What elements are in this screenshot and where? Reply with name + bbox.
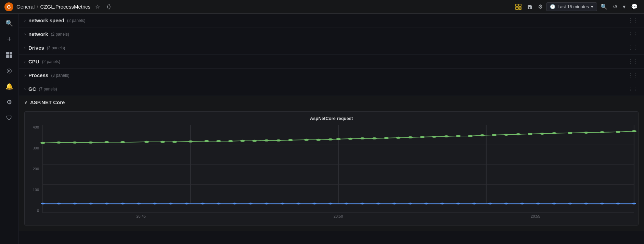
chevron-icon: ›: [24, 59, 26, 64]
svg-point-47: [408, 136, 413, 138]
sidebar-item-explore[interactable]: ◎: [2, 64, 16, 77]
chart-x-labels: 20:45 20:50 20:55: [42, 214, 634, 221]
svg-point-87: [392, 203, 397, 205]
svg-point-82: [312, 203, 317, 205]
clock-icon: 🕐: [550, 4, 555, 9]
svg-point-27: [160, 141, 165, 143]
svg-point-31: [216, 140, 221, 142]
top-bar: G General / CZGL.ProcessMetrics ☆ ⟨⟩ ⚙ 🕐: [0, 0, 644, 14]
section-title: network speed: [28, 17, 64, 23]
breadcrumb-home[interactable]: General: [16, 4, 35, 10]
add-panel-button[interactable]: [513, 2, 524, 11]
sidebar-item-add[interactable]: +: [2, 32, 16, 46]
section-expanded-title: ASP.NET Core: [30, 99, 65, 105]
section-network-speed[interactable]: › network speed (2 panels) ⋮⋮: [19, 14, 644, 27]
save-dashboard-button[interactable]: [525, 3, 534, 11]
svg-point-83: [329, 203, 333, 205]
svg-point-69: [105, 203, 109, 205]
settings-button[interactable]: ⚙: [536, 2, 545, 11]
svg-rect-10: [6, 55, 9, 58]
section-title: Drives: [28, 45, 44, 51]
svg-point-23: [88, 142, 93, 144]
sidebar-item-settings[interactable]: ⚙: [2, 95, 16, 109]
svg-point-75: [201, 203, 205, 205]
section-panels-count: (3 panels): [47, 46, 65, 50]
svg-point-81: [296, 203, 300, 205]
svg-point-20: [40, 142, 45, 144]
y-label-100: 100: [33, 188, 39, 192]
svg-point-79: [265, 203, 269, 205]
refresh-button[interactable]: ↺: [611, 2, 619, 11]
svg-point-36: [276, 139, 281, 142]
time-picker-chevron: ▾: [591, 4, 593, 9]
share-button[interactable]: ⟨⟩: [105, 2, 113, 11]
section-process[interactable]: › Process (3 panels) ⋮⋮: [19, 69, 644, 82]
section-panels-count: (2 panels): [42, 59, 60, 64]
svg-point-102: [632, 203, 636, 205]
more-options-button[interactable]: ▾: [621, 2, 628, 11]
chart-y-labels: 400 300 200 100 0: [29, 125, 41, 213]
chart-plot: [42, 125, 634, 213]
svg-point-48: [420, 136, 425, 138]
svg-rect-4: [516, 7, 518, 10]
svg-point-98: [568, 203, 572, 205]
svg-point-80: [281, 203, 285, 205]
chart-area: 400 300 200 100 0: [29, 125, 634, 221]
breadcrumb-separator: /: [37, 4, 38, 10]
chart-svg: [43, 125, 634, 212]
star-button[interactable]: ☆: [93, 2, 102, 11]
svg-point-40: [328, 138, 333, 141]
svg-point-21: [56, 142, 61, 144]
svg-point-88: [408, 203, 412, 205]
svg-point-94: [504, 203, 508, 205]
svg-point-99: [584, 203, 588, 205]
chevron-icon: ›: [24, 18, 26, 23]
svg-point-55: [504, 134, 508, 136]
sidebar-item-search[interactable]: 🔍: [2, 16, 16, 30]
svg-point-39: [316, 139, 321, 141]
svg-point-64: [632, 130, 636, 132]
section-network[interactable]: › network (2 panels) ⋮⋮: [19, 27, 644, 41]
y-label-400: 400: [33, 125, 39, 129]
svg-point-68: [89, 203, 93, 205]
section-aspnet-core-header[interactable]: ∨ ASP.NET Core: [19, 96, 644, 109]
svg-point-65: [41, 203, 45, 205]
section-drives[interactable]: › Drives (3 panels) ⋮⋮: [19, 41, 644, 55]
svg-point-70: [121, 203, 125, 205]
chevron-icon: ›: [24, 46, 26, 50]
sidebar-item-alerting[interactable]: 🔔: [2, 80, 16, 93]
svg-point-35: [264, 139, 269, 142]
svg-point-66: [57, 203, 61, 205]
svg-point-51: [456, 135, 461, 137]
section-cpu[interactable]: › CPU (2 panels) ⋮⋮: [19, 55, 644, 69]
svg-point-38: [304, 139, 309, 141]
time-picker[interactable]: 🕐 Last 15 minutes ▾: [546, 2, 597, 11]
svg-point-60: [568, 132, 572, 134]
section-title: CPU: [28, 59, 39, 64]
svg-rect-9: [10, 52, 12, 54]
sidebar-item-dashboard[interactable]: [2, 48, 16, 62]
svg-point-63: [616, 131, 620, 133]
svg-point-25: [120, 141, 125, 143]
svg-point-29: [188, 141, 193, 143]
svg-point-67: [73, 203, 77, 205]
chevron-icon: ›: [24, 87, 26, 92]
zoom-out-button[interactable]: 🔍: [598, 2, 609, 11]
section-gc[interactable]: › GC (7 panels) ⋮⋮: [19, 82, 644, 96]
svg-rect-11: [10, 55, 12, 58]
sidebar: 🔍 + ◎ 🔔 ⚙ 🛡: [0, 14, 19, 244]
section-panels-count: (2 panels): [67, 18, 85, 23]
section-panels-count: (3 panels): [51, 73, 69, 78]
y-label-200: 200: [33, 167, 39, 171]
content-area: › network speed (2 panels) ⋮⋮ › network …: [19, 14, 644, 244]
drag-handle-icon: ⋮⋮: [628, 58, 639, 65]
time-picker-label: Last 15 minutes: [557, 4, 589, 9]
drag-handle-icon: ⋮⋮: [628, 45, 639, 51]
help-button[interactable]: 💬: [629, 2, 640, 11]
toolbar-right: ⚙ 🕐 Last 15 minutes ▾ 🔍 ↺ ▾ 💬: [513, 2, 640, 11]
sidebar-item-shield[interactable]: 🛡: [2, 111, 16, 125]
breadcrumb: General / CZGL.ProcessMetrics: [16, 4, 90, 10]
drag-handle-icon: ⋮⋮: [628, 72, 639, 78]
svg-point-89: [424, 203, 428, 205]
svg-point-42: [348, 138, 353, 140]
